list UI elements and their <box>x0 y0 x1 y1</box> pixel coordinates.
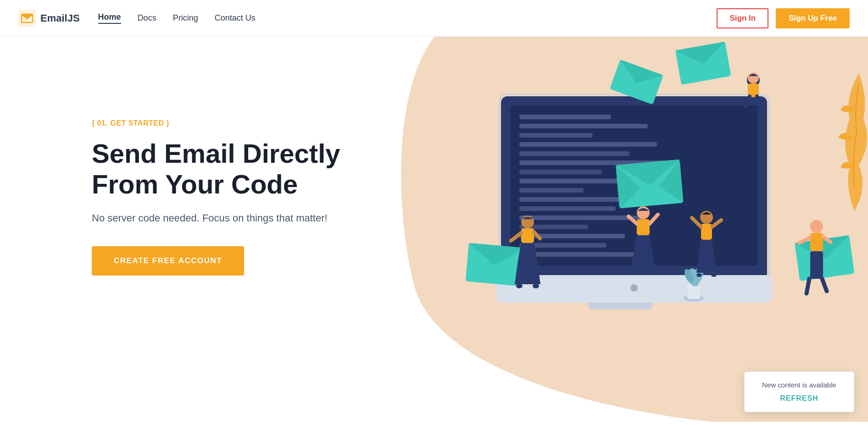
svg-rect-7 <box>519 142 657 147</box>
nav-item-docs[interactable]: Docs <box>138 13 156 23</box>
refresh-button[interactable]: REFRESH <box>780 394 818 403</box>
svg-point-50 <box>516 284 523 288</box>
nav-item-contact[interactable]: Contact Us <box>215 13 256 23</box>
header: EmailJS Home Docs Pricing Contact Us Sig… <box>0 0 868 37</box>
svg-rect-60 <box>701 224 712 240</box>
svg-rect-53 <box>810 233 823 251</box>
hero-section: { 01. GET STARTED } Send Email Directly … <box>0 37 868 425</box>
svg-rect-26 <box>687 284 700 299</box>
main-nav: Home Docs Pricing Contact Us <box>98 12 256 24</box>
hero-title-line2: From Your Code <box>92 169 298 199</box>
signin-button[interactable]: Sign In <box>717 8 768 28</box>
svg-point-44 <box>632 266 638 270</box>
hero-subtitle: No server code needed. Focus on things t… <box>92 212 340 224</box>
notification-popup: New content is available REFRESH <box>744 371 854 412</box>
svg-rect-15 <box>519 215 643 220</box>
svg-point-24 <box>630 284 638 292</box>
svg-point-63 <box>696 273 702 277</box>
svg-line-55 <box>807 279 809 293</box>
svg-rect-41 <box>637 219 650 235</box>
nav-item-pricing[interactable]: Pricing <box>173 13 198 23</box>
hero-title-line1: Send Email Directly <box>92 138 340 168</box>
svg-rect-19 <box>519 252 634 257</box>
svg-rect-4 <box>519 115 611 119</box>
hero-content: { 01. GET STARTED } Send Email Directly … <box>92 119 340 276</box>
svg-rect-5 <box>519 124 648 128</box>
svg-line-56 <box>822 279 827 291</box>
svg-rect-12 <box>519 188 584 193</box>
brand-name: EmailJS <box>40 12 80 24</box>
svg-rect-8 <box>519 151 629 156</box>
cta-button[interactable]: CREATE FREE ACCOUNT <box>92 246 244 276</box>
svg-rect-14 <box>519 206 616 211</box>
signup-button[interactable]: Sign Up Free <box>776 8 850 28</box>
svg-rect-47 <box>521 228 534 243</box>
leaf-decoration <box>831 73 868 211</box>
logo-link[interactable]: EmailJS <box>18 10 80 27</box>
svg-point-51 <box>533 284 539 288</box>
svg-point-45 <box>649 266 654 270</box>
svg-rect-54 <box>810 251 823 279</box>
svg-rect-10 <box>519 170 602 174</box>
hero-illustration <box>363 37 868 425</box>
header-actions: Sign In Sign Up Free <box>717 8 850 28</box>
logo-icon <box>18 10 36 27</box>
nav-item-home[interactable]: Home <box>98 12 121 24</box>
hero-title: Send Email Directly From Your Code <box>92 138 340 199</box>
svg-rect-6 <box>519 133 593 138</box>
svg-point-52 <box>810 220 823 233</box>
notification-text: New content is available <box>758 381 840 389</box>
svg-point-64 <box>711 273 717 277</box>
section-label: { 01. GET STARTED } <box>92 119 340 127</box>
